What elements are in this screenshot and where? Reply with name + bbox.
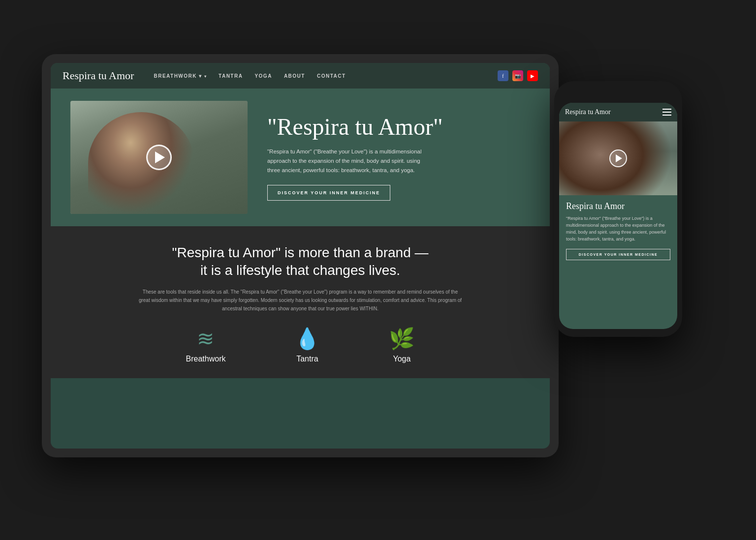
- phone-navbar: Respira tu Amor: [559, 103, 677, 121]
- hero-cta-button[interactable]: DISCOVER YOUR INNER MEDICINE: [267, 185, 390, 201]
- tablet-hero-section: "Respira tu Amor" "Respira tu Amor" ("Br…: [51, 89, 550, 226]
- phone-screen: Respira tu Amor Respira tu Amor: [559, 103, 677, 329]
- breathwork-label: Breathwork: [186, 355, 226, 363]
- tantra-label: Tantra: [296, 355, 318, 363]
- hamburger-line-3: [662, 115, 671, 116]
- tablet-navbar: Respira tu Amor BREATHWORK ▾ TANTRA YOGA…: [51, 63, 550, 89]
- youtube-icon[interactable]: ▶: [527, 70, 538, 81]
- yoga-icon-item: 🌿 Yoga: [389, 327, 414, 363]
- drop-icon: 💧: [294, 327, 320, 351]
- phone-device: Respira tu Amor Respira tu Amor: [554, 81, 682, 337]
- tablet-screen: Respira tu Amor BREATHWORK ▾ TANTRA YOGA…: [51, 63, 550, 449]
- phone-description: "Respira tu Amor" ("Breathe your Love") …: [566, 215, 670, 243]
- phone-logo: Respira tu Amor: [565, 108, 611, 116]
- hero-title: "Respira tu Amor": [267, 114, 530, 140]
- instagram-icon[interactable]: 📷: [512, 70, 523, 81]
- leaf-icon: 🌿: [389, 327, 414, 351]
- phone-script-title: Respira tu Amor: [566, 201, 670, 211]
- hamburger-line-2: [662, 112, 671, 113]
- hamburger-menu-icon[interactable]: [662, 109, 671, 116]
- phone-play-triangle-icon: [616, 154, 622, 162]
- video-overlay: [70, 101, 248, 214]
- phone-play-overlay: [559, 121, 677, 195]
- brand-subtext: These are tools that reside inside us al…: [138, 288, 463, 313]
- brand-headline: "Respira tu Amor" is more than a brand —…: [90, 244, 510, 280]
- social-icons: f 📷 ▶: [498, 70, 538, 81]
- nav-link-yoga[interactable]: YOGA: [254, 73, 272, 79]
- hero-video-thumbnail[interactable]: [70, 101, 248, 214]
- wind-icon: ≋: [186, 327, 226, 351]
- hero-description: "Respira tu Amor" ("Breathe your Love") …: [267, 147, 435, 175]
- tablet-nav-links: BREATHWORK ▾ TANTRA YOGA ABOUT CONTACT: [154, 73, 482, 79]
- nav-link-about[interactable]: ABOUT: [284, 73, 305, 79]
- nav-link-contact[interactable]: CONTACT: [317, 73, 346, 79]
- phone-video-thumbnail[interactable]: [559, 121, 677, 195]
- service-icons-row: ≋ Breathwork 💧 Tantra 🌿 Yoga: [90, 327, 510, 363]
- play-triangle-icon: [155, 151, 165, 163]
- play-button[interactable]: [146, 145, 172, 170]
- phone-play-button[interactable]: [609, 150, 627, 167]
- breathwork-icon-item: ≋ Breathwork: [186, 327, 226, 363]
- hero-content: "Respira tu Amor" "Respira tu Amor" ("Br…: [267, 114, 530, 201]
- scene: Respira tu Amor BREATHWORK ▾ TANTRA YOGA…: [0, 0, 756, 540]
- tablet-logo: Respira tu Amor: [63, 69, 134, 82]
- yoga-label: Yoga: [393, 355, 411, 363]
- tantra-icon-item: 💧 Tantra: [294, 327, 320, 363]
- facebook-icon[interactable]: f: [498, 70, 508, 81]
- phone-cta-button[interactable]: DISCOVER YOUR INNER MEDICINE: [566, 249, 670, 260]
- phone-content: Respira tu Amor "Respira tu Amor" ("Brea…: [559, 195, 677, 266]
- hamburger-line-1: [662, 109, 671, 110]
- phone-notch: [598, 89, 638, 99]
- tablet-device: Respira tu Amor BREATHWORK ▾ TANTRA YOGA…: [42, 54, 559, 457]
- nav-link-breathwork[interactable]: BREATHWORK ▾: [154, 73, 207, 79]
- nav-link-tantra[interactable]: TANTRA: [219, 73, 243, 79]
- brand-section: "Respira tu Amor" is more than a brand —…: [51, 226, 550, 378]
